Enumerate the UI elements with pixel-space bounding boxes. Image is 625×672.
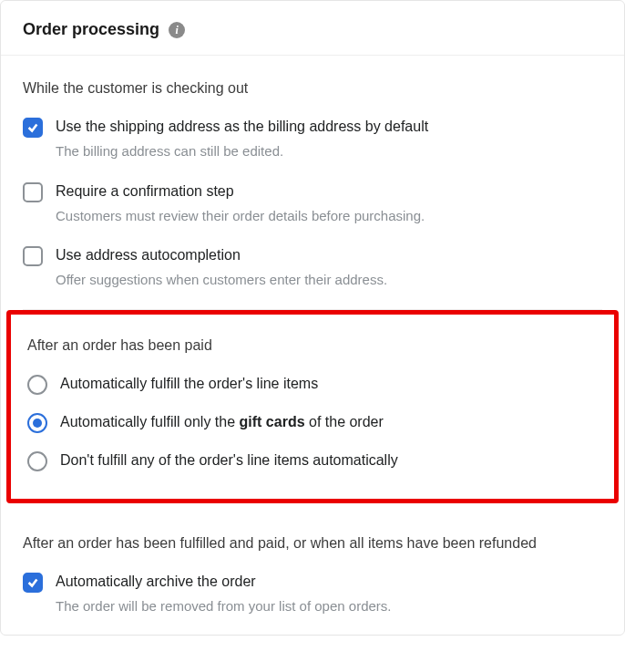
highlight-after-paid: After an order has been paid Automatical… [6,310,619,503]
option-sublabel: Customers must review their order detail… [56,206,602,227]
option-label: Don't fulfill any of the order's line it… [60,450,598,471]
option-fulfill-none: Don't fulfill any of the order's line it… [27,450,598,475]
option-billing-address: Use the shipping address as the billing … [23,116,602,162]
order-processing-card: Order processing i While the customer is… [0,0,625,636]
radio-fulfill-none[interactable] [27,451,47,471]
checkbox-billing-address[interactable] [23,118,43,138]
section-paid-title: After an order has been paid [27,335,598,357]
option-label: Automatically archive the order [56,571,602,593]
label-block: Automatically fulfill the order's line i… [60,373,598,398]
option-label: Require a confirmation step [56,181,602,202]
option-sublabel: Offer suggestions when customers enter t… [56,270,602,291]
option-sublabel: The billing address can still be edited. [56,141,602,162]
option-label: Automatically fulfill the order's line i… [60,373,598,395]
label-block: Automatically archive the order The orde… [56,571,602,617]
section-checkout: While the customer is checking out Use t… [1,56,624,309]
option-label: Use address autocompletion [56,244,602,266]
label-block: Don't fulfill any of the order's line it… [60,450,598,475]
card-title: Order processing [23,17,159,42]
option-address-autocomplete: Use address autocompletion Offer suggest… [23,244,602,291]
label-block: Require a confirmation step Customers mu… [56,181,602,227]
checkbox-confirmation-step[interactable] [23,182,43,202]
checkbox-address-autocomplete[interactable] [23,246,43,266]
option-fulfill-all: Automatically fulfill the order's line i… [27,373,598,398]
option-sublabel: The order will be removed from your list… [56,596,602,617]
info-icon[interactable]: i [169,22,185,38]
section-archive-title: After an order has been fulfilled and pa… [23,532,602,554]
radio-fulfill-all[interactable] [27,375,47,395]
text-fragment: Automatically fulfill only the [60,414,240,429]
option-label: Use the shipping address as the billing … [56,116,602,138]
section-archive: After an order has been fulfilled and pa… [1,518,624,636]
label-block: Automatically fulfill only the gift card… [60,411,598,437]
label-block: Use the shipping address as the billing … [56,116,602,162]
option-label: Automatically fulfill only the gift card… [60,411,598,433]
option-fulfill-gift-cards: Automatically fulfill only the gift card… [27,411,598,437]
checkbox-auto-archive[interactable] [23,573,43,593]
radio-fulfill-gift-cards[interactable] [27,413,47,433]
text-bold: gift cards [240,414,305,429]
label-block: Use address autocompletion Offer suggest… [56,244,602,291]
text-fragment: of the order [305,414,384,429]
option-confirmation-step: Require a confirmation step Customers mu… [23,181,602,227]
option-auto-archive: Automatically archive the order The orde… [23,571,602,617]
card-header: Order processing i [1,1,624,56]
section-checkout-title: While the customer is checking out [23,78,602,99]
